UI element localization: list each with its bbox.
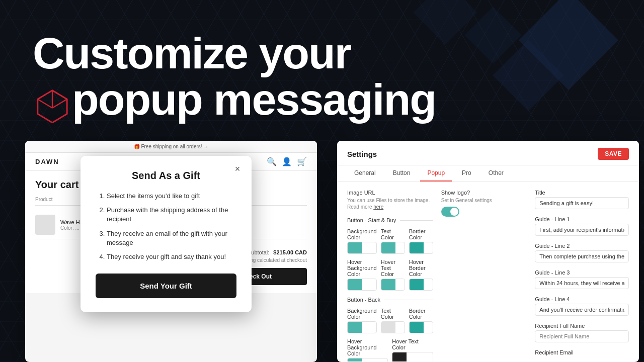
hover-bg-swatch-row[interactable]: [347, 279, 377, 291]
recipient-name-label: Recipient Full Name: [535, 323, 629, 329]
tab-popup[interactable]: Popup: [420, 165, 452, 182]
tab-general[interactable]: General: [347, 165, 383, 182]
hover-border-color-field: Hover Border Color: [409, 259, 433, 291]
hover-bg-label: Hover Background Color: [347, 259, 377, 277]
hero-title: Customize your popup messaging: [33, 30, 436, 123]
image-url-link[interactable]: here: [373, 204, 383, 210]
cart-icon[interactable]: 🛒: [297, 157, 307, 166]
show-logo-group: Show logo? Set in General settings: [441, 190, 527, 217]
btn-back-colors-row1: Background Color Text Color Border Color: [347, 308, 433, 333]
border-color-swatch-row[interactable]: [409, 242, 433, 254]
hover-border-swatch-row[interactable]: [409, 279, 433, 291]
bg-color-field: Background Color: [347, 228, 377, 254]
show-logo-label: Show logo?: [441, 190, 527, 196]
tab-button[interactable]: Button: [386, 165, 418, 182]
btn-start-section: Button - Start & Buy: [347, 217, 433, 223]
cart-thumbnail: [35, 215, 55, 235]
hover-bg-color-field: Hover Background Color: [347, 259, 377, 291]
hover-border-swatch: [410, 279, 424, 290]
image-url-group: Image URL You can use Files to store the…: [347, 190, 433, 210]
hero-section: Customize your popup messaging: [33, 30, 436, 123]
back-border-swatch-row[interactable]: [409, 321, 433, 333]
settings-col-3: Title Guide - Line 1 Guide - Line 2 Guid…: [535, 190, 629, 361]
image-url-label: Image URL: [347, 190, 433, 196]
popup-title: Send As a Gift: [96, 170, 236, 182]
svg-line-4: [52, 90, 67, 100]
back-hover-bg-label: Hover Background Color: [347, 338, 388, 356]
show-logo-sublabel: Set in General settings: [441, 197, 527, 204]
btn-back-hover-row: Hover Background Color Hover Text Color: [347, 338, 433, 361]
text-color-field: Text Color: [381, 228, 405, 254]
border-color-label: Border Color: [409, 228, 433, 240]
guide3-label: Guide - Line 3: [535, 269, 629, 276]
popup-step-3: They receive an email of the gift with y…: [107, 229, 236, 247]
back-hover-text-swatch: [392, 352, 407, 361]
back-hover-bg-field: Hover Background Color: [347, 338, 388, 361]
svg-line-2: [38, 99, 52, 108]
settings-header: Settings SAVE: [337, 141, 639, 165]
popup-step-2: Purchase with the shipping address of th…: [107, 206, 236, 224]
tab-pro[interactable]: Pro: [455, 165, 478, 182]
settings-col-2: Show logo? Set in General settings: [441, 190, 535, 361]
btn-start-colors-row1: Background Color Text Color Border Color: [347, 228, 433, 254]
account-icon[interactable]: 👤: [282, 157, 292, 166]
back-border-swatch: [410, 322, 424, 333]
back-bg-swatch: [348, 322, 362, 333]
tab-other[interactable]: Other: [481, 165, 511, 182]
recipient-name-group: Recipient Full Name: [535, 323, 629, 342]
settings-body: Image URL You can use Files to store the…: [337, 182, 639, 361]
save-button[interactable]: SAVE: [598, 148, 629, 160]
title-field-group: Title: [535, 190, 629, 209]
show-logo-toggle[interactable]: [441, 207, 459, 217]
popup-close-button[interactable]: ×: [231, 163, 244, 175]
guide-line4-group: Guide - Line 4: [535, 296, 629, 316]
back-text-field: Text Color: [381, 308, 405, 333]
title-field-label: Title: [535, 190, 629, 196]
btn-back-section-label: Button - Back: [347, 297, 433, 303]
hover-text-color-field: Hover Text Color: [381, 259, 405, 291]
guide2-input[interactable]: [535, 250, 629, 262]
subtotal-value: $215.00 CAD: [273, 249, 307, 255]
back-hover-text-swatch-row[interactable]: [392, 352, 433, 361]
free-shipping-text: 🎁 Free shipping on all orders! →: [134, 144, 209, 149]
guide-line1-group: Guide - Line 1: [535, 216, 629, 236]
guide2-label: Guide - Line 2: [535, 243, 629, 249]
guide3-input[interactable]: [535, 277, 629, 289]
cube-icon: [35, 87, 70, 123]
back-hover-bg-swatch-row[interactable]: [347, 358, 388, 361]
guide1-input[interactable]: [535, 224, 629, 236]
border-color-swatch: [410, 242, 424, 253]
image-url-sublabel: You can use Files to store the image. Re…: [347, 197, 433, 210]
bg-color-label: Background Color: [347, 228, 377, 240]
store-logo: DAWN: [35, 158, 59, 165]
text-color-label: Text Color: [381, 228, 405, 240]
recipient-email-group: Recipient Email: [535, 349, 629, 355]
guide4-input[interactable]: [535, 304, 629, 316]
back-border-label: Border Color: [409, 308, 433, 320]
guide1-label: Guide - Line 1: [535, 216, 629, 222]
store-nav-icons: 🔍 👤 🛒: [267, 157, 307, 166]
settings-panel: Settings SAVE General Button Popup Pro O…: [337, 141, 639, 362]
hero-line1: Customize your: [33, 28, 351, 78]
back-text-swatch-row[interactable]: [381, 321, 405, 333]
settings-tabs[interactable]: General Button Popup Pro Other: [337, 165, 639, 182]
gift-popup-modal: × Send As a Gift Select the items you'd …: [80, 156, 252, 312]
title-input[interactable]: [535, 197, 629, 209]
popup-steps-list: Select the items you'd like to gift Purc…: [96, 192, 236, 261]
settings-col-1: Image URL You can use Files to store the…: [347, 190, 441, 361]
guide4-label: Guide - Line 4: [535, 296, 629, 302]
bg-color-swatch: [348, 242, 362, 253]
hero-line2: popup messaging: [72, 74, 436, 124]
btn-start-hover-row: Hover Background Color Hover Text Color …: [347, 259, 433, 291]
svg-line-5: [38, 90, 52, 100]
recipient-name-input[interactable]: [535, 330, 629, 342]
send-gift-button[interactable]: Send Your Gift: [96, 274, 236, 298]
back-bg-swatch-row[interactable]: [347, 321, 377, 333]
text-color-swatch-row[interactable]: [381, 242, 405, 254]
col-empty2: [253, 197, 307, 202]
hover-text-swatch-row[interactable]: [381, 279, 405, 291]
back-bg-field: Background Color: [347, 308, 377, 333]
show-logo-toggle-container: [441, 207, 527, 217]
search-icon[interactable]: 🔍: [267, 157, 277, 166]
bg-color-swatch-row[interactable]: [347, 242, 377, 254]
